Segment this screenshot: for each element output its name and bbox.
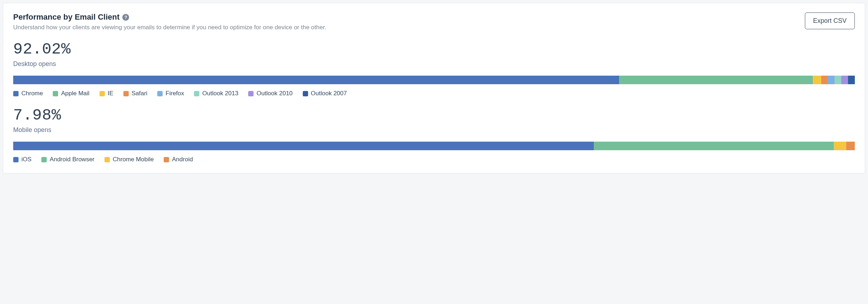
desktop-legend-item[interactable]: Safari [123, 90, 147, 97]
legend-label: IE [108, 90, 113, 97]
legend-swatch [194, 91, 199, 96]
desktop-segment[interactable] [841, 76, 848, 84]
legend-swatch [104, 157, 110, 162]
mobile-segment[interactable] [846, 142, 855, 150]
desktop-label: Desktop opens [13, 60, 855, 68]
legend-swatch [164, 157, 169, 162]
help-icon[interactable]: ? [122, 14, 129, 21]
legend-swatch [303, 91, 308, 96]
mobile-stacked-bar [13, 142, 855, 150]
legend-label: Outlook 2013 [202, 90, 238, 97]
legend-swatch [123, 91, 129, 96]
desktop-segment[interactable] [13, 76, 619, 84]
legend-swatch [248, 91, 254, 96]
card-subtitle: Understand how your clients are viewing … [13, 24, 798, 31]
desktop-legend-item[interactable]: IE [99, 90, 113, 97]
card-header: Performance by Email Client ? Understand… [13, 12, 855, 31]
mobile-section: 7.98% Mobile opens iOSAndroid BrowserChr… [13, 106, 855, 163]
desktop-section: 92.02% Desktop opens ChromeApple MailIES… [13, 40, 855, 97]
legend-label: Outlook 2010 [256, 90, 292, 97]
desktop-legend-item[interactable]: Outlook 2010 [248, 90, 292, 97]
legend-label: Android Browser [50, 156, 95, 163]
title-block: Performance by Email Client ? Understand… [13, 12, 798, 31]
mobile-legend-item[interactable]: Android [164, 156, 193, 163]
desktop-segment[interactable] [813, 76, 821, 84]
desktop-segment[interactable] [848, 76, 855, 84]
export-csv-button[interactable]: Export CSV [805, 12, 855, 29]
legend-swatch [13, 157, 19, 162]
legend-label: Apple Mail [61, 90, 89, 97]
legend-label: iOS [21, 156, 31, 163]
legend-label: Android [172, 156, 193, 163]
desktop-legend-item[interactable]: Chrome [13, 90, 43, 97]
mobile-segment[interactable] [13, 142, 594, 150]
mobile-legend-item[interactable]: iOS [13, 156, 31, 163]
desktop-legend: ChromeApple MailIESafariFirefoxOutlook 2… [13, 90, 855, 97]
mobile-segment[interactable] [594, 142, 834, 150]
legend-label: Outlook 2007 [311, 90, 347, 97]
mobile-legend-item[interactable]: Chrome Mobile [104, 156, 154, 163]
desktop-legend-item[interactable]: Firefox [157, 90, 184, 97]
title-line: Performance by Email Client ? [13, 12, 798, 22]
desktop-legend-item[interactable]: Outlook 2007 [303, 90, 347, 97]
card-title: Performance by Email Client [13, 12, 119, 22]
performance-card: Performance by Email Client ? Understand… [3, 3, 865, 173]
legend-label: Safari [132, 90, 147, 97]
desktop-percent: 92.02% [13, 40, 855, 58]
legend-swatch [99, 91, 105, 96]
legend-swatch [13, 91, 19, 96]
desktop-segment[interactable] [619, 76, 813, 84]
desktop-segment[interactable] [834, 76, 841, 84]
desktop-segment[interactable] [828, 76, 834, 84]
legend-label: Firefox [165, 90, 184, 97]
legend-swatch [157, 91, 163, 96]
mobile-legend-item[interactable]: Android Browser [41, 156, 95, 163]
legend-swatch [41, 157, 47, 162]
legend-label: Chrome [21, 90, 43, 97]
mobile-label: Mobile opens [13, 126, 855, 134]
desktop-stacked-bar [13, 76, 855, 84]
mobile-percent: 7.98% [13, 106, 855, 124]
mobile-segment[interactable] [834, 142, 846, 150]
mobile-legend: iOSAndroid BrowserChrome MobileAndroid [13, 156, 855, 163]
desktop-legend-item[interactable]: Outlook 2013 [194, 90, 238, 97]
legend-swatch [53, 91, 58, 96]
legend-label: Chrome Mobile [113, 156, 154, 163]
desktop-segment[interactable] [821, 76, 828, 84]
desktop-legend-item[interactable]: Apple Mail [53, 90, 89, 97]
